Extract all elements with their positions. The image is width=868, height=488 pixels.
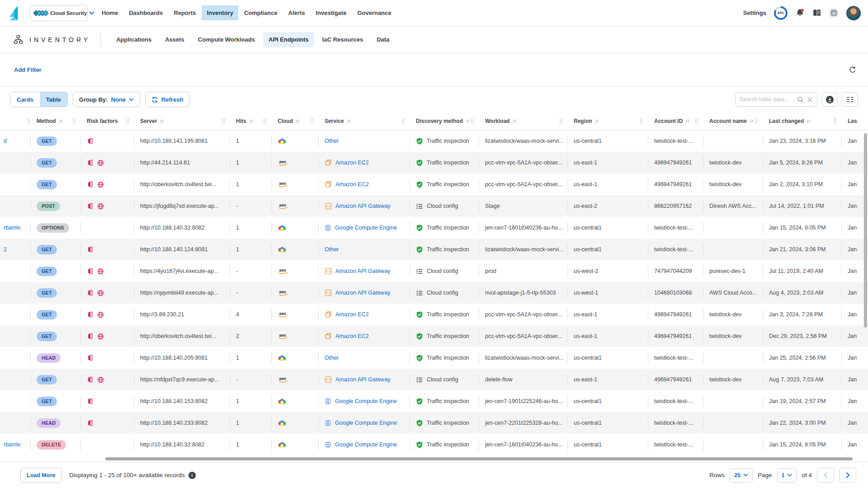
service-link[interactable]: Amazon API Gateway xyxy=(335,268,391,274)
nav-item-governance[interactable]: Governance xyxy=(352,5,396,20)
nav-item-home[interactable]: Home xyxy=(97,5,123,20)
drag-handle-icon[interactable] xyxy=(755,118,758,124)
previous-page-button[interactable] xyxy=(817,468,834,483)
tab-compute-workloads[interactable]: Compute Workloads xyxy=(193,32,260,47)
table-row[interactable]: POSThttps://jfugd8q7xd.execute-ap...-aws… xyxy=(0,195,868,217)
api-path-link[interactable]: rbamlv xyxy=(4,225,21,231)
ai-copilot-icon[interactable]: AI xyxy=(829,8,839,18)
tab-applications[interactable]: Applications xyxy=(111,32,157,47)
group-by-button[interactable]: Group By: None xyxy=(73,92,140,107)
service-link[interactable]: Other xyxy=(325,246,339,253)
service-link[interactable]: Other xyxy=(325,138,339,144)
usage-meter[interactable]: 83% xyxy=(774,6,788,20)
drag-handle-icon[interactable] xyxy=(72,118,76,124)
table-row[interactable]: GEThttps://4yo167j4vi.execute-ap...-awsA… xyxy=(0,260,868,282)
cell-account_name xyxy=(703,390,763,412)
drag-handle-icon[interactable] xyxy=(310,118,314,124)
info-icon[interactable]: i xyxy=(189,472,196,479)
drag-handle-icon[interactable] xyxy=(401,118,405,124)
service-link[interactable]: Amazon API Gateway xyxy=(335,290,391,296)
table-view-button[interactable]: Table xyxy=(40,92,67,107)
user-avatar[interactable] xyxy=(846,6,861,20)
horizontal-scrollbar[interactable] xyxy=(105,457,853,460)
service-link[interactable]: Amazon API Gateway xyxy=(335,203,391,209)
table-row[interactable]: HEADhttp://10.188.140.233:80821Google Co… xyxy=(0,412,868,434)
cell-account_name: twistlock-dev xyxy=(703,369,763,390)
table-row[interactable]: GEThttps://njqvmbii49.execute-ap...-awsA… xyxy=(0,282,868,304)
drag-handle-icon[interactable] xyxy=(640,118,643,124)
column-header-server[interactable]: Server xyxy=(134,112,230,130)
service-link[interactable]: Google Compute Engine xyxy=(335,441,397,448)
load-more-button[interactable]: Load More xyxy=(20,468,61,483)
page-select[interactable]: 1 xyxy=(777,468,797,483)
nav-item-alerts[interactable]: Alerts xyxy=(283,5,310,20)
service-link[interactable]: Amazon EC2 xyxy=(335,181,369,188)
settings-button[interactable]: Settings xyxy=(743,9,766,16)
column-header-workload[interactable]: Workload xyxy=(479,112,567,130)
tab-api-endpoints[interactable]: API Endpoints xyxy=(263,32,314,47)
service-link[interactable]: Amazon EC2 xyxy=(335,333,369,339)
column-header-account_id[interactable]: Account ID xyxy=(648,112,703,130)
column-header-region[interactable]: Region xyxy=(567,112,648,130)
clear-search-icon[interactable] xyxy=(807,97,813,103)
column-header-cloud[interactable]: Cloud xyxy=(271,112,318,130)
service-link[interactable]: Google Compute Engine xyxy=(335,398,397,404)
vertical-scrollbar[interactable] xyxy=(864,133,867,328)
drag-handle-icon[interactable] xyxy=(559,118,563,124)
table-row[interactable]: rbamlvDELETEhttp://10.188.140.32:80821Go… xyxy=(0,434,868,455)
service-link[interactable]: Amazon EC2 xyxy=(335,311,369,318)
drag-handle-icon[interactable] xyxy=(833,118,837,124)
drag-handle-icon[interactable] xyxy=(27,118,30,124)
table-row[interactable]: dGEThttp://10.188.141.195:80811OtherTraf… xyxy=(0,130,868,152)
search-icon[interactable] xyxy=(797,96,804,103)
drag-handle-icon[interactable] xyxy=(126,118,129,124)
service-link[interactable]: Other xyxy=(325,355,339,361)
search-input[interactable] xyxy=(740,96,794,103)
column-header-discovery[interactable]: Discovery method xyxy=(410,112,479,130)
nav-item-investigate[interactable]: Investigate xyxy=(311,5,351,20)
column-header-hits[interactable]: Hits xyxy=(230,112,271,130)
table-row[interactable]: HEADhttp://10.188.140.205:80811OtherTraf… xyxy=(0,347,868,369)
api-path-link[interactable]: 2 xyxy=(4,246,7,253)
tab-data[interactable]: Data xyxy=(371,32,395,47)
service-link[interactable]: Amazon EC2 xyxy=(335,160,369,166)
service-link[interactable]: Google Compute Engine xyxy=(335,225,397,231)
column-header-service[interactable]: Service xyxy=(318,112,410,130)
table-row[interactable]: GEThttps://nfdpxt7qc9.execute-ap...-awsA… xyxy=(0,369,868,390)
table-row[interactable]: GEThttp://3.89.230.214awsAmazon EC2Traff… xyxy=(0,304,868,325)
table-row[interactable]: rbamlvOPTIONShttp://10.188.140.32:80821G… xyxy=(0,217,868,239)
product-switcher[interactable]: Cloud Security xyxy=(30,5,88,21)
drag-handle-icon[interactable] xyxy=(695,118,698,124)
table-row[interactable]: 2GEThttp://10.188.140.124:80811OtherTraf… xyxy=(0,239,868,260)
rows-per-page-select[interactable]: 25 xyxy=(730,468,753,483)
drag-handle-icon[interactable] xyxy=(471,118,474,124)
drag-handle-icon[interactable] xyxy=(263,118,267,124)
nav-item-reports[interactable]: Reports xyxy=(169,5,201,20)
tab-assets[interactable]: Assets xyxy=(160,32,190,47)
table-row[interactable]: GEThttp://oberkovitch.os4test.twi...1aws… xyxy=(0,174,868,195)
column-header-method[interactable]: Method xyxy=(30,112,80,130)
download-button[interactable] xyxy=(821,92,838,107)
tab-iac-resources[interactable]: IaC Resources xyxy=(317,32,368,47)
service-link[interactable]: Google Compute Engine xyxy=(335,420,397,426)
api-path-link[interactable]: d xyxy=(4,138,7,144)
reset-filters-icon[interactable] xyxy=(849,66,856,74)
column-header-last_changed[interactable]: Last changed xyxy=(763,112,841,130)
refresh-button[interactable]: Refresh xyxy=(145,92,189,107)
column-settings-button[interactable] xyxy=(842,92,858,107)
nav-item-compliance[interactable]: Compliance xyxy=(239,5,283,20)
cards-view-button[interactable]: Cards xyxy=(10,92,40,107)
api-path-link[interactable]: rbamlv xyxy=(4,441,21,448)
nav-item-inventory[interactable]: Inventory xyxy=(202,5,238,20)
table-row[interactable]: GEThttp://44.214.114.611awsAmazon EC2Tra… xyxy=(0,152,868,174)
notifications-bell-icon[interactable] xyxy=(795,8,805,18)
drag-handle-icon[interactable] xyxy=(222,118,225,124)
service-link[interactable]: Amazon API Gateway xyxy=(335,376,391,383)
documentation-book-icon[interactable] xyxy=(812,9,821,17)
table-row[interactable]: GEThttp://10.188.140.153:80821Google Com… xyxy=(0,390,868,412)
next-page-button[interactable] xyxy=(839,468,856,483)
table-row[interactable]: GEThttp://oberkovitch.os4test.twi...2aws… xyxy=(0,325,868,347)
add-filter-button[interactable]: Add Filter xyxy=(14,66,42,73)
column-header-account_name[interactable]: Account name xyxy=(703,112,763,130)
nav-item-dashboards[interactable]: Dashboards xyxy=(124,5,168,20)
